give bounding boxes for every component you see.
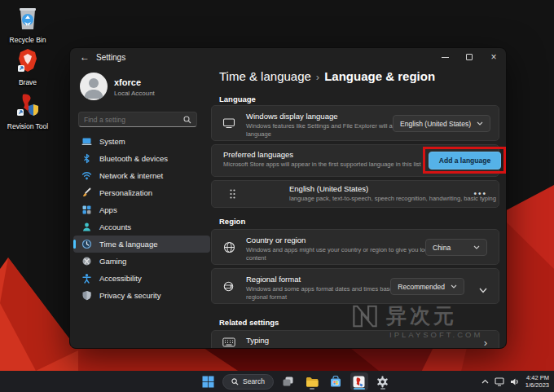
breadcrumb-separator: › bbox=[316, 71, 319, 83]
sidebar-item-system[interactable]: System bbox=[73, 133, 210, 150]
setting-desc: Windows and apps might use your country … bbox=[246, 246, 442, 262]
setting-desc: Microsoft Store apps will appear in the … bbox=[223, 161, 421, 169]
highlight-annotation bbox=[423, 147, 506, 174]
maximize-button[interactable] bbox=[457, 48, 481, 66]
breadcrumb-parent[interactable]: Time & language bbox=[219, 69, 311, 83]
file-explorer-button[interactable] bbox=[303, 372, 321, 390]
window-title: Settings bbox=[96, 53, 125, 62]
accounts-icon bbox=[81, 222, 92, 232]
card-country-region[interactable]: Country or region Windows and apps might… bbox=[211, 229, 499, 265]
setting-title: Preferred languages bbox=[223, 150, 293, 159]
tray-chevron-up-icon[interactable] bbox=[481, 379, 489, 384]
desktop-icon-recycle-bin[interactable]: Recycle Bin bbox=[2, 5, 54, 44]
language-item-desc: language pack, text-to-speech, speech re… bbox=[289, 195, 496, 203]
avatar[interactable] bbox=[80, 73, 108, 100]
sidebar-item-privacy-security[interactable]: Privacy & security bbox=[73, 287, 210, 304]
running-indicator bbox=[310, 388, 314, 390]
back-icon[interactable]: ← bbox=[80, 51, 90, 63]
desktop-icon-revision-tool[interactable]: Revision Tool bbox=[2, 91, 54, 130]
settings-taskbar-button[interactable] bbox=[374, 372, 392, 390]
globe-icon bbox=[218, 230, 240, 264]
clock-time: 4:42 PM bbox=[525, 374, 549, 381]
card-display-language[interactable]: Windows display language Windows feature… bbox=[211, 105, 499, 141]
setting-title: Regional format bbox=[246, 275, 301, 284]
taskbar-clock[interactable]: 4:42 PM 1/6/2023 bbox=[525, 374, 549, 389]
account-type: Local Account bbox=[114, 90, 155, 97]
shield-icon bbox=[81, 290, 92, 301]
sidebar-item-network-internet[interactable]: Network & internet bbox=[73, 167, 210, 184]
settings-window: ← Settings × xforce Local Account bbox=[69, 47, 507, 349]
sidebar-item-gaming[interactable]: Gaming bbox=[73, 253, 210, 270]
drag-handle-icon[interactable] bbox=[225, 181, 240, 207]
display-tray-icon[interactable] bbox=[495, 377, 504, 386]
setting-title: Windows display language bbox=[246, 112, 337, 121]
microsoft-store-icon bbox=[330, 376, 341, 387]
sidebar-item-accounts[interactable]: Accounts bbox=[73, 218, 210, 236]
titlebar[interactable]: ← Settings × bbox=[70, 48, 506, 68]
desktop: Recycle Bin Brave Revision Tool ← Settin… bbox=[0, 0, 554, 392]
start-button[interactable] bbox=[199, 372, 217, 390]
regional-format-dropdown[interactable]: Recommended bbox=[390, 278, 464, 295]
setting-title: Country or region bbox=[246, 236, 306, 244]
xbox-icon bbox=[81, 256, 92, 266]
page-title: Language & region bbox=[324, 69, 435, 83]
search-icon bbox=[183, 116, 191, 124]
volume-icon[interactable] bbox=[510, 377, 520, 386]
sidebar-item-accessibility[interactable]: Accessibility bbox=[73, 270, 210, 287]
bluetooth-icon bbox=[81, 153, 92, 164]
accessibility-icon bbox=[81, 273, 92, 284]
account-name: xforce bbox=[114, 77, 141, 87]
country-dropdown[interactable]: China bbox=[425, 239, 487, 256]
clock-icon bbox=[81, 239, 92, 249]
setting-title: Typing bbox=[246, 336, 269, 345]
desktop-icon-label: Revision Tool bbox=[2, 122, 54, 130]
taskbar-search-label: Search bbox=[243, 377, 265, 385]
chevron-right-icon: › bbox=[484, 337, 487, 349]
gear-icon bbox=[376, 376, 389, 388]
sidebar-item-apps[interactable]: Apps bbox=[73, 201, 210, 218]
revision-tool-app-icon bbox=[353, 376, 365, 388]
maximize-icon bbox=[466, 54, 473, 60]
task-view-icon bbox=[282, 376, 294, 387]
system-icon bbox=[81, 136, 92, 147]
search-icon bbox=[231, 378, 239, 385]
close-button[interactable]: × bbox=[481, 48, 506, 66]
sidebar-item-personalization[interactable]: Personalization bbox=[73, 184, 210, 201]
apps-grid-icon bbox=[81, 205, 92, 215]
brush-icon bbox=[81, 187, 92, 198]
task-view-button[interactable] bbox=[279, 372, 297, 390]
taskbar-search[interactable]: Search bbox=[222, 374, 274, 390]
section-heading-region: Region bbox=[219, 217, 245, 226]
language-item-title: English (United States) bbox=[289, 184, 368, 193]
sidebar-item-bluetooth-devices[interactable]: Bluetooth & devices bbox=[73, 150, 210, 167]
chevron-down-icon bbox=[477, 121, 483, 126]
person-icon bbox=[80, 73, 108, 100]
breadcrumb: Time & language›Language & region bbox=[219, 69, 435, 83]
sidebar-item-time-language[interactable]: Time & language bbox=[73, 236, 210, 253]
wifi-icon bbox=[81, 170, 92, 181]
active-indicator bbox=[354, 388, 365, 390]
setting-desc: Spell check, autocorrect, text suggestio… bbox=[246, 346, 358, 349]
brave-icon bbox=[15, 47, 40, 73]
desktop-icon-label: Brave bbox=[2, 78, 54, 86]
microsoft-store-button[interactable] bbox=[327, 372, 345, 390]
minimize-icon bbox=[442, 57, 449, 58]
settings-search[interactable] bbox=[78, 112, 197, 127]
clock-date: 1/6/2023 bbox=[525, 381, 549, 389]
desktop-icon-label: Recycle Bin bbox=[2, 36, 54, 44]
display-language-dropdown[interactable]: English (United States) bbox=[393, 115, 490, 132]
close-icon: × bbox=[490, 52, 496, 62]
regional-format-icon bbox=[218, 269, 240, 303]
search-input[interactable] bbox=[84, 116, 183, 124]
recycle-bin-icon bbox=[15, 5, 40, 31]
more-options-icon[interactable]: ••• bbox=[473, 189, 487, 198]
card-regional-format[interactable]: Regional format Windows and some apps fo… bbox=[211, 268, 499, 304]
card-language-item[interactable]: English (United States) language pack, t… bbox=[211, 180, 499, 208]
expand-chevron-icon[interactable] bbox=[479, 282, 487, 297]
revision-tool-icon bbox=[15, 91, 41, 117]
minimize-button[interactable] bbox=[433, 48, 457, 66]
chevron-down-icon bbox=[451, 284, 457, 288]
desktop-icon-brave[interactable]: Brave bbox=[2, 47, 54, 86]
card-typing[interactable]: Typing Spell check, autocorrect, text su… bbox=[211, 330, 499, 349]
revision-tool-taskbar-button[interactable] bbox=[350, 372, 368, 390]
